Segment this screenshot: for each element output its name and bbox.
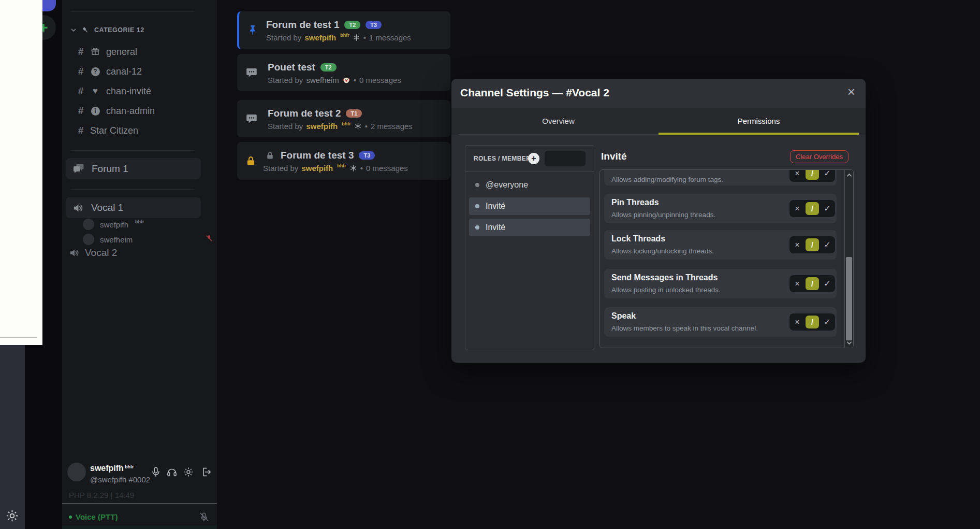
voice-user-swefheim[interactable]: swefheim: [83, 234, 133, 245]
allow-button[interactable]: ✓: [820, 240, 835, 250]
role-item-invite-2[interactable]: Invité: [469, 219, 590, 236]
muted-mic-icon: [205, 234, 213, 242]
user-badge: bhfr: [125, 464, 134, 469]
permission-row-send-messages-in-threads: Send Messages in Threads Allows posting …: [604, 269, 837, 298]
hash-icon: #: [77, 66, 84, 77]
thread-card-forum-de-test-3[interactable]: Forum de test 3 T3 Started by swefpifhbh…: [237, 142, 450, 180]
tab-permissions[interactable]: Permissions: [659, 108, 859, 134]
channel-canal-12[interactable]: # ? canal-12: [77, 65, 142, 78]
thread-title: Forum de test 3: [281, 150, 354, 161]
deny-button[interactable]: ×: [789, 170, 805, 178]
plus-icon: +: [531, 154, 536, 163]
roles-panel: ROLES / MEMBERS + @everyone Invité Invit…: [465, 145, 594, 350]
vocal1-channel[interactable]: Vocal 1: [66, 197, 201, 218]
divider: [71, 189, 194, 190]
permission-row-speak: Speak Allows members to speak in this vo…: [604, 307, 837, 337]
screen: + CATEGORIE 12 # general # ?: [0, 0, 980, 529]
roles-panel-header: ROLES / MEMBERS +: [465, 146, 594, 172]
started-by-label: Started by: [266, 33, 301, 42]
thread-card-forum-de-test-2[interactable]: Forum de test 2 T1 Started by swefpifhbh…: [237, 100, 450, 137]
clear-overrides-label: Clear Overrides: [796, 153, 843, 161]
roles-header-box[interactable]: [545, 151, 586, 166]
channel-general[interactable]: # general: [77, 45, 137, 59]
allow-button[interactable]: ✓: [820, 170, 835, 178]
add-role-button[interactable]: +: [528, 153, 539, 164]
role-label: Invité: [486, 223, 505, 232]
settings-gear-icon[interactable]: [5, 509, 19, 523]
hash-icon: #: [77, 105, 84, 117]
started-by-label: Started by: [268, 76, 303, 84]
deny-button[interactable]: ×: [789, 279, 805, 289]
neutral-button[interactable]: /: [806, 202, 819, 215]
avatar: [83, 234, 94, 245]
roles-header-label: ROLES / MEMBERS: [474, 155, 535, 162]
channel-label: general: [106, 47, 137, 58]
thread-tag: T2: [320, 63, 337, 72]
tab-overview[interactable]: Overview: [458, 108, 659, 134]
thread-card-pouet-test[interactable]: Pouet test T2 Started by swefheim • 0 me…: [237, 54, 450, 91]
channel-chan-admin[interactable]: # i chan-admin: [77, 104, 155, 118]
permission-toggle: × / ✓: [789, 170, 835, 182]
deny-button[interactable]: ×: [789, 318, 805, 327]
modal-tabs: Overview Permissions: [458, 108, 859, 135]
allow-button[interactable]: ✓: [820, 279, 835, 289]
permission-description: Allows locking/unlocking threads.: [611, 247, 714, 255]
gift-icon: [90, 47, 100, 56]
allow-button[interactable]: ✓: [820, 204, 835, 213]
speaker-icon: [69, 247, 80, 259]
scrollbar-thumb[interactable]: [846, 257, 852, 340]
thread-tag: T2: [344, 21, 360, 29]
scrollbar[interactable]: [844, 170, 853, 348]
neutral-button[interactable]: /: [806, 238, 819, 251]
user-avatar[interactable]: [67, 463, 86, 481]
starter-badge: bhfr: [342, 121, 351, 126]
channel-chan-invite[interactable]: # ♥ chan-invité: [77, 84, 151, 98]
channel-star-citizen[interactable]: # Star Citizen: [77, 124, 138, 137]
thread-meta: 2 messages: [371, 122, 413, 131]
logout-icon[interactable]: [200, 466, 212, 478]
headphones-icon[interactable]: [166, 466, 178, 478]
deny-button[interactable]: ×: [789, 240, 805, 250]
close-icon[interactable]: ×: [847, 85, 855, 98]
permission-title: Speak: [611, 311, 636, 321]
permission-description: Allows pinning/unpinning threads.: [611, 211, 715, 219]
neutral-button[interactable]: /: [806, 170, 819, 180]
forum-label: Forum 1: [92, 163, 128, 175]
voice-user-name: swefheim: [100, 235, 133, 244]
category-row[interactable]: CATEGORIE 12: [70, 26, 144, 34]
mic-off-icon[interactable]: [199, 512, 209, 522]
voice-user-swefpifh[interactable]: swefpifh bhfr: [83, 219, 144, 230]
started-by-label: Started by: [263, 164, 298, 173]
user-settings-gear-icon[interactable]: [183, 466, 194, 478]
permissions-list: Allows adding/modifying forum tags. × / …: [600, 170, 844, 348]
flower-icon: [349, 164, 357, 172]
deny-button[interactable]: ×: [789, 204, 805, 213]
vocal2-channel[interactable]: Vocal 2: [69, 247, 117, 259]
mic-icon[interactable]: [150, 466, 162, 478]
thread-card-forum-de-test-1[interactable]: Forum de test 1 T2 T3 Started by swefpif…: [237, 11, 450, 49]
thread-title: Pouet test: [268, 62, 315, 73]
neutral-button[interactable]: /: [806, 277, 819, 290]
channel-label: chan-admin: [106, 106, 155, 117]
thread-meta: 0 messages: [366, 164, 408, 173]
forum-channel[interactable]: Forum 1: [66, 158, 201, 179]
forum-icon: [72, 163, 85, 175]
chat-bubble-icon: [245, 66, 258, 79]
permission-description: Allows adding/modifying forum tags.: [611, 176, 723, 183]
tab-label: Overview: [542, 117, 575, 125]
scroll-down-icon[interactable]: [845, 339, 853, 347]
role-item-invite-1[interactable]: Invité: [469, 197, 590, 215]
role-item-everyone[interactable]: @everyone: [469, 176, 590, 194]
chat-bubble-icon: [245, 112, 258, 125]
allow-button[interactable]: ✓: [820, 317, 835, 327]
photo-image: [0, 0, 42, 334]
lock-icon: [245, 155, 256, 166]
scroll-up-icon[interactable]: [845, 171, 853, 179]
thread-starter: swefpifh: [304, 33, 336, 42]
user-badge: bhfr: [135, 219, 144, 224]
permission-toggle: × / ✓: [789, 313, 835, 331]
gavel-icon: [81, 26, 90, 34]
clear-overrides-button[interactable]: Clear Overrides: [790, 150, 849, 163]
neutral-button[interactable]: /: [806, 316, 819, 328]
channel-label: Star Citizen: [90, 125, 138, 136]
